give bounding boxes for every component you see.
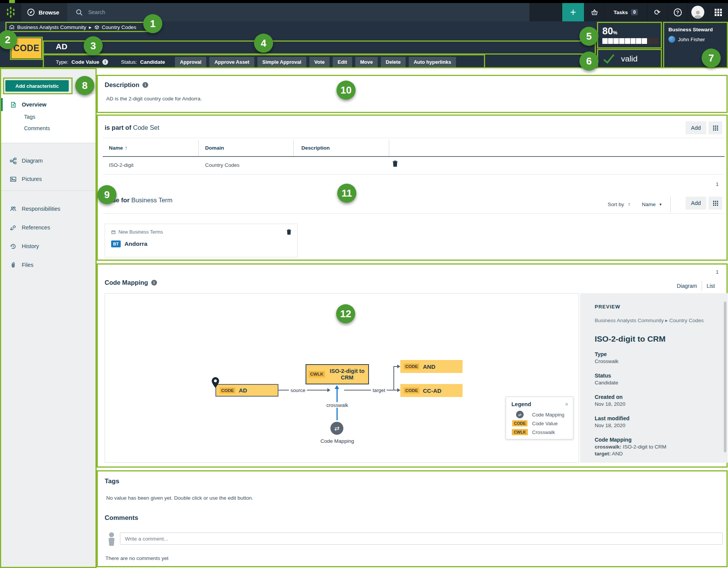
preview-title[interactable]: ISO-2-digit to CRM bbox=[595, 334, 665, 344]
is-part-of-heading: is part of Code Set bbox=[105, 124, 159, 131]
sidebar-item-responsibilities[interactable]: Responsibilities bbox=[1, 202, 95, 216]
auto-hyperlinks-button[interactable]: Auto hyperlinks bbox=[409, 57, 456, 67]
legend-close-icon[interactable]: × bbox=[565, 401, 568, 407]
code-mapping-page-number[interactable]: 1 bbox=[716, 269, 719, 275]
validity-panel: valid bbox=[597, 49, 662, 68]
sort-field-dropdown[interactable]: Name bbox=[642, 202, 656, 207]
relation-name: is part of bbox=[105, 124, 131, 131]
code-mapping-hub-node[interactable]: ⇄ bbox=[330, 422, 343, 435]
sidebar-item-files[interactable]: Files bbox=[1, 258, 95, 272]
vote-button[interactable]: Vote bbox=[309, 57, 330, 67]
node-target-ccad[interactable]: CODE CC-AD bbox=[400, 384, 463, 397]
code-type-badge: CODE bbox=[404, 387, 419, 394]
column-header-name[interactable]: Name ↑ bbox=[109, 141, 128, 155]
view-toggle-diagram[interactable]: Diagram bbox=[677, 283, 697, 289]
field-value: Nov 18, 2020 bbox=[595, 401, 625, 407]
sidebar-item-references[interactable]: References bbox=[1, 221, 95, 234]
code-type-badge: CODE bbox=[404, 363, 419, 370]
plus-icon: + bbox=[570, 6, 576, 18]
collibra-logo-icon[interactable] bbox=[0, 3, 21, 21]
node-crosswalk[interactable]: CWLK ISO-2-digit to CRM bbox=[306, 364, 369, 384]
column-header-description[interactable]: Description bbox=[301, 141, 330, 155]
description-info-icon[interactable]: i bbox=[142, 82, 148, 88]
sidebar-nav-card: Overview Tags Comments bbox=[1, 94, 95, 143]
row-divider bbox=[103, 174, 725, 174]
delete-button[interactable]: Delete bbox=[381, 57, 406, 67]
is-part-of-view-button[interactable] bbox=[709, 121, 722, 134]
edge-label-source: source bbox=[289, 387, 307, 393]
create-asset-button[interactable]: + bbox=[562, 3, 584, 21]
view-toggle-list[interactable]: List bbox=[707, 283, 715, 289]
steward-name[interactable]: John Fisher bbox=[678, 37, 705, 42]
basket-icon bbox=[590, 8, 599, 16]
column-header-domain[interactable]: Domain bbox=[205, 141, 224, 155]
business-term-name[interactable]: Andorra bbox=[125, 240, 147, 247]
tags-empty-text[interactable]: No value has been given yet. Double clic… bbox=[106, 495, 253, 501]
node-source-code[interactable]: CODE AD bbox=[215, 384, 278, 397]
column-separator bbox=[293, 140, 294, 156]
apps-menu-button[interactable] bbox=[708, 3, 728, 21]
code-mapping-info-icon[interactable]: i bbox=[151, 280, 157, 286]
preview-code-mapping: Code Mapping crosswalk: ISO-2-digit to C… bbox=[595, 437, 717, 457]
tasks-label: Tasks bbox=[614, 10, 628, 15]
sidebar-item-label: Responsibilities bbox=[22, 206, 60, 212]
divider bbox=[103, 138, 725, 138]
crosswalk-value: ISO-2-digit to CRM bbox=[623, 444, 667, 450]
legend-item: CODE Code Value bbox=[511, 419, 573, 428]
move-button[interactable]: Move bbox=[355, 57, 378, 67]
sidebar-item-overview[interactable]: Overview bbox=[1, 98, 95, 111]
basket-button[interactable] bbox=[584, 3, 604, 21]
simple-approval-button[interactable]: Simple Approval bbox=[257, 57, 306, 67]
sidebar: Add characteristic Overview Tags Comment… bbox=[0, 68, 97, 568]
search-bar[interactable] bbox=[67, 3, 529, 21]
approve-asset-button[interactable]: Approve Asset bbox=[209, 57, 254, 67]
preview-breadcrumb[interactable]: Business Analysts Community ▸ Country Co… bbox=[595, 317, 713, 324]
tasks-button[interactable]: Tasks 0 bbox=[604, 3, 647, 21]
edit-button[interactable]: Edit bbox=[333, 57, 352, 67]
business-term-badge: BT bbox=[111, 240, 121, 247]
user-menu[interactable] bbox=[688, 3, 708, 21]
card-domain-label[interactable]: New Business Terms bbox=[118, 229, 163, 235]
search-input[interactable] bbox=[87, 9, 431, 16]
field-label: Created on bbox=[595, 394, 625, 400]
sync-button[interactable]: ⟳ bbox=[647, 3, 667, 21]
code-for-view-button[interactable] bbox=[709, 197, 722, 210]
approval-button[interactable]: Approval bbox=[175, 57, 206, 67]
caret-down-icon[interactable]: ▾ bbox=[660, 202, 662, 207]
completeness-panel: 80% bbox=[597, 22, 662, 48]
sidebar-item-history[interactable]: History bbox=[1, 239, 95, 253]
sidebar-item-diagram[interactable]: Diagram bbox=[1, 154, 95, 168]
sidebar-item-label: Files bbox=[22, 262, 34, 268]
browse-button[interactable]: Browse bbox=[21, 3, 67, 21]
add-characteristic-button[interactable]: Add characteristic bbox=[5, 80, 69, 92]
field-label: Status bbox=[595, 373, 618, 379]
code-type-badge: CODE bbox=[220, 387, 235, 394]
target-label: target: bbox=[595, 451, 611, 457]
compass-icon bbox=[27, 8, 35, 16]
help-button[interactable]: ? bbox=[667, 3, 688, 21]
description-text[interactable]: AD is the 2-digit country code for Andor… bbox=[106, 96, 202, 102]
is-part-of-page-number[interactable]: 1 bbox=[716, 181, 719, 187]
sidebar-item-tags[interactable]: Tags bbox=[1, 111, 95, 123]
sidebar-item-pictures[interactable]: Pictures bbox=[1, 172, 95, 186]
sort-direction-icon[interactable]: ↑ bbox=[628, 202, 631, 207]
comment-input[interactable] bbox=[120, 532, 723, 545]
remove-relation-trash-icon[interactable] bbox=[392, 160, 398, 167]
sidebar-item-comments[interactable]: Comments bbox=[1, 123, 95, 134]
relation-target-type: Code Set bbox=[133, 124, 159, 131]
status-value: Candidate bbox=[140, 59, 165, 65]
preview-scrollbar[interactable] bbox=[724, 302, 726, 452]
node-target-and[interactable]: CODE AND bbox=[400, 360, 463, 373]
collibra-asset-page: Browse + Tasks 0 ⟳ ? bbox=[0, 0, 728, 568]
type-info-icon[interactable]: i bbox=[102, 59, 108, 65]
search-icon bbox=[76, 9, 83, 16]
relation-target-type: Business Term bbox=[131, 197, 173, 203]
code-for-add-button[interactable]: Add bbox=[686, 197, 706, 210]
completeness-bar bbox=[602, 38, 658, 44]
business-term-card[interactable]: New Business Terms BT Andorra bbox=[105, 224, 298, 257]
cell-domain[interactable]: Country Codes bbox=[205, 162, 239, 168]
remove-term-trash-icon[interactable] bbox=[286, 229, 292, 235]
cell-name[interactable]: ISO-2-digit bbox=[109, 162, 134, 168]
is-part-of-add-button[interactable]: Add bbox=[686, 121, 706, 134]
crosswalk-badge-icon: CWLK bbox=[512, 429, 528, 435]
